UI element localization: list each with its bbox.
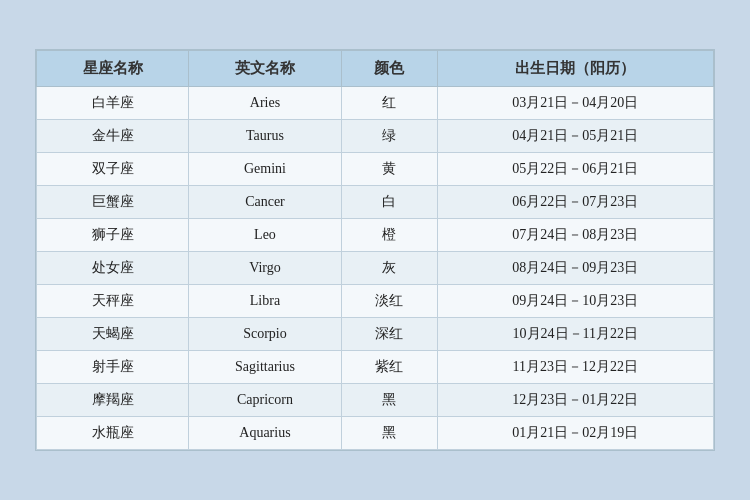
table-row: 狮子座Leo橙07月24日－08月23日 [37, 219, 714, 252]
cell-english: Virgo [189, 252, 341, 285]
cell-date: 07月24日－08月23日 [437, 219, 713, 252]
cell-date: 03月21日－04月20日 [437, 87, 713, 120]
cell-chinese: 巨蟹座 [37, 186, 189, 219]
table-row: 金牛座Taurus绿04月21日－05月21日 [37, 120, 714, 153]
cell-chinese: 狮子座 [37, 219, 189, 252]
table-row: 天秤座Libra淡红09月24日－10月23日 [37, 285, 714, 318]
cell-chinese: 双子座 [37, 153, 189, 186]
table-row: 双子座Gemini黄05月22日－06月21日 [37, 153, 714, 186]
cell-chinese: 射手座 [37, 351, 189, 384]
cell-date: 05月22日－06月21日 [437, 153, 713, 186]
cell-color: 黑 [341, 417, 437, 450]
cell-chinese: 处女座 [37, 252, 189, 285]
cell-color: 黑 [341, 384, 437, 417]
cell-english: Libra [189, 285, 341, 318]
cell-color: 灰 [341, 252, 437, 285]
header-english-name: 英文名称 [189, 51, 341, 87]
cell-color: 橙 [341, 219, 437, 252]
table-row: 巨蟹座Cancer白06月22日－07月23日 [37, 186, 714, 219]
table-row: 天蝎座Scorpio深红10月24日－11月22日 [37, 318, 714, 351]
cell-date: 09月24日－10月23日 [437, 285, 713, 318]
cell-date: 08月24日－09月23日 [437, 252, 713, 285]
table-header-row: 星座名称 英文名称 颜色 出生日期（阳历） [37, 51, 714, 87]
cell-english: Gemini [189, 153, 341, 186]
cell-english: Scorpio [189, 318, 341, 351]
cell-date: 01月21日－02月19日 [437, 417, 713, 450]
cell-english: Aquarius [189, 417, 341, 450]
cell-date: 04月21日－05月21日 [437, 120, 713, 153]
cell-english: Aries [189, 87, 341, 120]
cell-english: Capricorn [189, 384, 341, 417]
cell-date: 11月23日－12月22日 [437, 351, 713, 384]
table-row: 射手座Sagittarius紫红11月23日－12月22日 [37, 351, 714, 384]
cell-english: Sagittarius [189, 351, 341, 384]
table-row: 处女座Virgo灰08月24日－09月23日 [37, 252, 714, 285]
cell-date: 12月23日－01月22日 [437, 384, 713, 417]
cell-color: 紫红 [341, 351, 437, 384]
header-date: 出生日期（阳历） [437, 51, 713, 87]
cell-color: 绿 [341, 120, 437, 153]
cell-color: 淡红 [341, 285, 437, 318]
cell-chinese: 天蝎座 [37, 318, 189, 351]
cell-color: 深红 [341, 318, 437, 351]
cell-chinese: 水瓶座 [37, 417, 189, 450]
header-chinese-name: 星座名称 [37, 51, 189, 87]
table-row: 摩羯座Capricorn黑12月23日－01月22日 [37, 384, 714, 417]
cell-english: Taurus [189, 120, 341, 153]
cell-color: 红 [341, 87, 437, 120]
cell-date: 10月24日－11月22日 [437, 318, 713, 351]
zodiac-table-container: 星座名称 英文名称 颜色 出生日期（阳历） 白羊座Aries红03月21日－04… [35, 49, 715, 451]
cell-english: Leo [189, 219, 341, 252]
table-row: 水瓶座Aquarius黑01月21日－02月19日 [37, 417, 714, 450]
cell-chinese: 天秤座 [37, 285, 189, 318]
cell-date: 06月22日－07月23日 [437, 186, 713, 219]
header-color: 颜色 [341, 51, 437, 87]
cell-english: Cancer [189, 186, 341, 219]
cell-chinese: 白羊座 [37, 87, 189, 120]
table-row: 白羊座Aries红03月21日－04月20日 [37, 87, 714, 120]
cell-color: 白 [341, 186, 437, 219]
zodiac-table: 星座名称 英文名称 颜色 出生日期（阳历） 白羊座Aries红03月21日－04… [36, 50, 714, 450]
cell-chinese: 摩羯座 [37, 384, 189, 417]
cell-color: 黄 [341, 153, 437, 186]
cell-chinese: 金牛座 [37, 120, 189, 153]
